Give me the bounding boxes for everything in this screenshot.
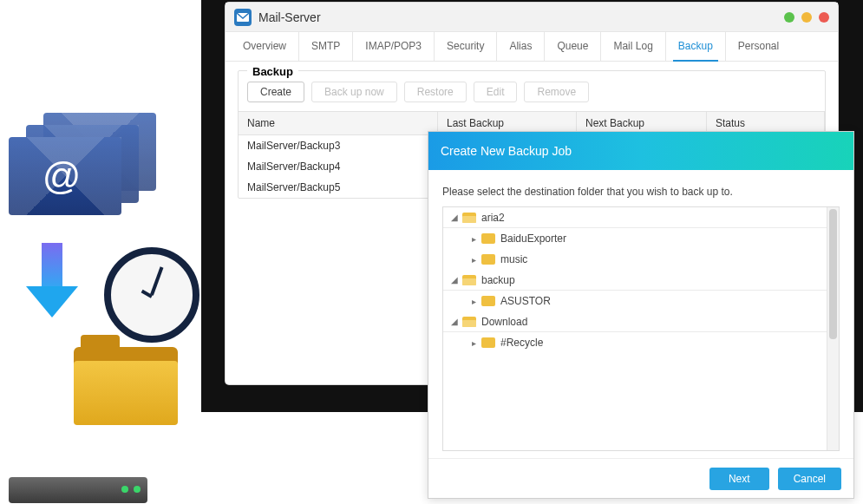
- tree-item-label: aria2: [481, 212, 505, 224]
- server-icon: [9, 477, 147, 504]
- tab-mail-log[interactable]: Mail Log: [601, 32, 665, 61]
- expand-icon[interactable]: ▸: [469, 297, 478, 305]
- tree-item[interactable]: ▸ASUSTOR: [443, 291, 839, 311]
- collapse-icon[interactable]: ◢: [450, 276, 459, 285]
- tab-alias[interactable]: Alias: [497, 32, 545, 61]
- maximize-button[interactable]: [801, 12, 812, 23]
- expand-icon[interactable]: ▸: [469, 234, 478, 243]
- tab-queue[interactable]: Queue: [545, 32, 601, 61]
- folder-icon: [462, 275, 476, 285]
- tab-smtp[interactable]: SMTP: [299, 32, 353, 61]
- expand-icon[interactable]: ▸: [469, 255, 478, 264]
- create-backup-dialog: Create New Backup Job Please select the …: [428, 131, 854, 499]
- minimize-button[interactable]: [784, 12, 794, 23]
- tree-item[interactable]: ▸music: [443, 249, 839, 270]
- tab-personal[interactable]: Personal: [726, 32, 791, 61]
- tree-item[interactable]: ◢backup: [443, 270, 839, 291]
- folder-icon: [481, 254, 495, 265]
- tree-item[interactable]: ◢aria2: [443, 207, 839, 228]
- backup-now-button[interactable]: Back up now: [311, 82, 397, 102]
- tab-imap-pop3[interactable]: IMAP/POP3: [353, 32, 435, 61]
- tree-item[interactable]: ▸BaiduExporter: [443, 228, 839, 249]
- tab-security[interactable]: Security: [435, 32, 497, 61]
- app-icon: [234, 9, 252, 26]
- restore-button[interactable]: Restore: [404, 82, 467, 102]
- folder-icon: [462, 213, 476, 223]
- tree-item-label: backup: [481, 274, 515, 286]
- folder-icon: [481, 233, 495, 244]
- cell-name: MailServer/Backup4: [239, 156, 438, 177]
- folder-tree[interactable]: ◢aria2▸BaiduExporter▸music◢backup▸ASUSTO…: [442, 206, 840, 451]
- tree-item-label: BaiduExporter: [500, 232, 566, 245]
- col-name[interactable]: Name: [239, 112, 438, 134]
- clock-icon: [104, 247, 199, 343]
- next-button[interactable]: Next: [709, 468, 769, 490]
- cancel-button[interactable]: Cancel: [778, 468, 841, 490]
- tree-item-label: Download: [481, 316, 527, 328]
- folder-icon: [462, 317, 476, 327]
- edit-button[interactable]: Edit: [474, 82, 518, 102]
- scrollbar-vertical[interactable]: [827, 207, 839, 450]
- illustration-panel: @: [9, 113, 191, 504]
- collapse-icon[interactable]: ◢: [450, 317, 459, 326]
- window-title: Mail-Server: [258, 10, 321, 24]
- tree-item-label: #Recycle: [500, 337, 543, 349]
- expand-icon[interactable]: ▸: [469, 338, 478, 347]
- scroll-thumb[interactable]: [829, 209, 837, 339]
- dialog-prompt: Please select the destination folder tha…: [442, 186, 840, 198]
- cell-name: MailServer/Backup3: [239, 135, 438, 156]
- tree-item-label: ASUSTOR: [500, 295, 551, 307]
- cell-name: MailServer/Backup5: [239, 177, 438, 198]
- create-button[interactable]: Create: [247, 82, 304, 102]
- section-legend: Backup: [247, 65, 298, 78]
- folder-large-icon: [74, 347, 178, 425]
- titlebar[interactable]: Mail-Server: [226, 3, 838, 32]
- dialog-title[interactable]: Create New Backup Job: [428, 132, 853, 170]
- tab-backup[interactable]: Backup: [666, 32, 726, 61]
- tab-bar: OverviewSMTPIMAP/POP3SecurityAliasQueueM…: [226, 32, 838, 62]
- folder-icon: [481, 296, 495, 306]
- tree-item-label: music: [500, 253, 527, 265]
- remove-button[interactable]: Remove: [524, 82, 589, 102]
- folder-icon: [481, 337, 495, 348]
- mail-envelopes-icon: @: [9, 113, 173, 217]
- arrow-down-icon: [26, 243, 78, 321]
- tree-item[interactable]: ◢Download: [443, 311, 839, 332]
- close-button[interactable]: [819, 12, 829, 23]
- collapse-icon[interactable]: ◢: [450, 213, 459, 222]
- tab-overview[interactable]: Overview: [231, 32, 299, 61]
- tree-item[interactable]: ▸#Recycle: [443, 332, 839, 353]
